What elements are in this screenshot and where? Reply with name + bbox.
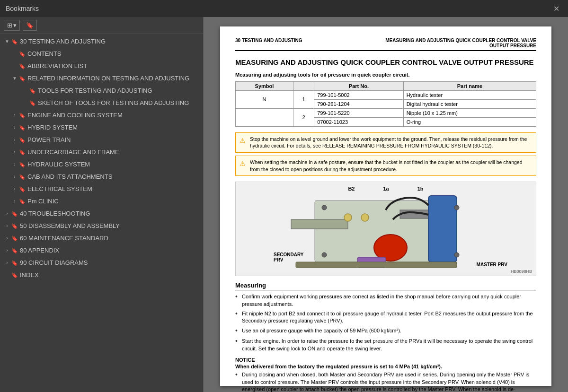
chevron-icon-power-train: › (11, 137, 18, 143)
bookmark-label-undercarriage-frame: UNDERCARRIAGE AND FRAME (27, 148, 200, 157)
bookmark-label-index: INDEX (20, 271, 200, 279)
chevron-icon-disassembly: › (4, 223, 10, 229)
chevron-icon-appendix: › (4, 247, 10, 254)
bookmark-marker-engine-cooling: 🔖 (19, 112, 26, 119)
bookmark-marker-cab-attachments: 🔖 (19, 174, 26, 181)
bookmark-marker-hydraulic-system: 🔖 (19, 161, 26, 168)
bookmarks-tree[interactable]: ▼🔖30 TESTING AND ADJUSTING🔖CONTENTS🔖ABBR… (0, 34, 203, 392)
chevron-icon-maintenance: › (4, 235, 10, 242)
cell-partname-2: Digital hydraulic tester (403, 99, 536, 108)
bullet-item-1: • Fit nipple N2 to port B2 and connect i… (235, 310, 536, 325)
bullet-item-3: • Start the engine. In order to raise th… (235, 338, 536, 352)
page-container[interactable]: 30 TESTING AND ADJUSTING MEASURING AND A… (204, 17, 568, 392)
chevron-icon-troubleshooting: › (4, 210, 10, 217)
bullet-dot-3: • (235, 337, 239, 346)
view-icon: ⊞ (7, 22, 12, 29)
bookmark-item-hydraulic-system[interactable]: ›🔖HYDRAULIC SYSTEM (0, 159, 203, 171)
bookmark-item-undercarriage-frame[interactable]: ›🔖UNDERCARRIAGE AND FRAME (0, 147, 203, 159)
bookmark-item-related-info[interactable]: ▼🔖RELATED INFORMATION ON TESTING AND ADJ… (0, 73, 203, 85)
col-partno: Part No. (314, 81, 404, 90)
svg-point-12 (322, 253, 327, 257)
bookmark-marker-contents: 🔖 (19, 51, 26, 58)
bookmark-marker-electrical-system: 🔖 (19, 186, 26, 193)
table-row: N 1 799-101-5002 Hydraulic tester (236, 90, 536, 99)
cell-partname-1: Hydraulic tester (403, 90, 536, 99)
table-subtitle: Measuring and adjusting tools for oil pr… (235, 72, 536, 78)
bullet-text-0: Confirm work equipment working pressures… (242, 293, 536, 308)
bookmark-marker-maintenance: 🔖 (11, 235, 18, 242)
bookmark-tool-button[interactable]: 🔖 (23, 20, 37, 31)
page-main-title: MEASURING AND ADJUSTING QUICK COUPLER CO… (235, 58, 536, 67)
svg-point-10 (454, 205, 459, 210)
bookmark-label-troubleshooting: 40 TROUBLESHOOTING (20, 209, 200, 218)
bookmark-label-power-train: POWER TRAIN (27, 136, 200, 144)
bullet-dot-2: • (235, 326, 239, 336)
bookmark-item-sketch-tools[interactable]: 🔖SKETCH OF TOOLS FOR TESTING AND ADJUSTI… (0, 97, 203, 110)
parts-table: Symbol Part No. Part name N 1 799-101-50… (235, 81, 536, 127)
bookmark-item-tools-testing[interactable]: 🔖TOOLS FOR TESTING AND ADJUSTING (0, 85, 203, 97)
bookmark-item-hybrid-system[interactable]: ›🔖HYBRID SYSTEM (0, 122, 203, 134)
bookmark-label-hydraulic-system: HYDRAULIC SYSTEM (27, 160, 200, 169)
diagram-container: B2 1a 1b (235, 182, 536, 276)
svg-rect-1 (291, 219, 348, 229)
warning-icon-0: ⚠ (240, 136, 247, 146)
bookmark-label-hybrid-system: HYBRID SYSTEM (27, 123, 200, 132)
bookmark-label-disassembly: 50 DISASSEMBLY AND ASSEMBLY (20, 222, 200, 230)
bookmark-item-testing-adjusting[interactable]: ▼🔖30 TESTING AND ADJUSTING (0, 36, 203, 48)
chevron-icon-pm-clinic: › (11, 198, 18, 205)
bookmark-label-cab-attachments: CAB AND ITS ATTACHMENTS (27, 173, 200, 181)
bookmark-label-electrical-system: ELECTRICAL SYSTEM (27, 185, 200, 193)
cell-partno-3: 799-101-5220 (314, 108, 404, 117)
close-button[interactable]: ✕ (550, 3, 562, 14)
bookmarks-title: Bookmarks (6, 5, 39, 12)
measuring-bullets: • Confirm work equipment working pressur… (235, 293, 536, 352)
notice-label: NOTICE (235, 357, 536, 363)
svg-point-5 (344, 214, 352, 221)
bookmark-label-contents: CONTENTS (27, 50, 200, 58)
bookmark-item-engine-cooling[interactable]: ›🔖ENGINE AND COOLING SYSTEM (0, 110, 203, 122)
chevron-icon-circuit-diagrams: › (4, 260, 10, 266)
bookmark-item-abbreviation[interactable]: 🔖ABBREVIATION LIST (0, 61, 203, 73)
bookmark-marker-tools-testing: 🔖 (29, 87, 36, 95)
svg-point-6 (361, 214, 369, 221)
cell-partno-4: 07002-11023 (314, 117, 404, 126)
bookmark-item-electrical-system[interactable]: ›🔖ELECTRICAL SYSTEM (0, 183, 203, 196)
sidebar: ⊞ ▾ 🔖 ▼🔖30 TESTING AND ADJUSTING🔖CONTENT… (0, 17, 204, 392)
bookmark-marker-testing-adjusting: 🔖 (11, 38, 18, 45)
cell-partname-3: Nipple (10 x 1.25 mm) (403, 108, 536, 117)
bookmark-label-abbreviation: ABBREVIATION LIST (27, 62, 200, 70)
bookmark-item-appendix[interactable]: ›🔖80 APPENDIX (0, 245, 203, 257)
bookmark-item-contents[interactable]: 🔖CONTENTS (0, 48, 203, 61)
chevron-icon-hydraulic-system: › (11, 161, 18, 168)
bookmark-item-circuit-diagrams[interactable]: ›🔖90 CIRCUIT DIAGRAMS (0, 257, 203, 270)
collapse-handle[interactable]: ‹ (203, 195, 204, 214)
warning-box-0: ⚠ Stop the machine on a level ground and… (235, 132, 536, 153)
bookmark-item-pm-clinic[interactable]: ›🔖Pm CLINIC (0, 196, 203, 208)
bookmark-icon: 🔖 (26, 22, 34, 29)
view-button[interactable]: ⊞ ▾ (4, 20, 20, 31)
bookmark-item-maintenance[interactable]: ›🔖60 MAINTENANCE STANDARD (0, 233, 203, 245)
bookmark-item-troubleshooting[interactable]: ›🔖40 TROUBLESHOOTING (0, 208, 203, 220)
cell-symbol-empty (236, 108, 293, 126)
cell-symbol-N: N (236, 90, 293, 108)
bookmark-marker-appendix: 🔖 (11, 247, 18, 254)
bookmark-label-circuit-diagrams: 90 CIRCUIT DIAGRAMS (20, 259, 200, 267)
warning-text-1: When setting the machine in a safe postu… (250, 159, 532, 173)
cell-num-1: 1 (293, 90, 314, 108)
view-dropdown-icon: ▾ (13, 22, 17, 29)
bookmark-item-index[interactable]: 🔖INDEX (0, 270, 203, 282)
bookmark-marker-sketch-tools: 🔖 (29, 100, 36, 107)
bookmark-marker-disassembly: 🔖 (11, 223, 18, 230)
diagram-code: HB0098HB (511, 269, 532, 274)
cell-partno-2: 790-261-1204 (314, 99, 404, 108)
bookmark-marker-undercarriage-frame: 🔖 (19, 149, 26, 156)
bookmark-marker-hybrid-system: 🔖 (19, 124, 26, 131)
bookmark-marker-related-info: 🔖 (19, 75, 26, 82)
col-partname: Part name (403, 81, 536, 90)
bookmark-marker-pm-clinic: 🔖 (19, 198, 26, 205)
bookmark-item-cab-attachments[interactable]: ›🔖CAB AND ITS ATTACHMENTS (0, 171, 203, 183)
page-header-left: 30 TESTING AND ADJUSTING (235, 38, 302, 48)
bookmark-item-power-train[interactable]: ›🔖POWER TRAIN (0, 134, 203, 147)
bookmark-item-disassembly[interactable]: ›🔖50 DISASSEMBLY AND ASSEMBLY (0, 220, 203, 233)
bookmark-label-related-info: RELATED INFORMATION ON TESTING AND ADJUS… (27, 74, 200, 83)
